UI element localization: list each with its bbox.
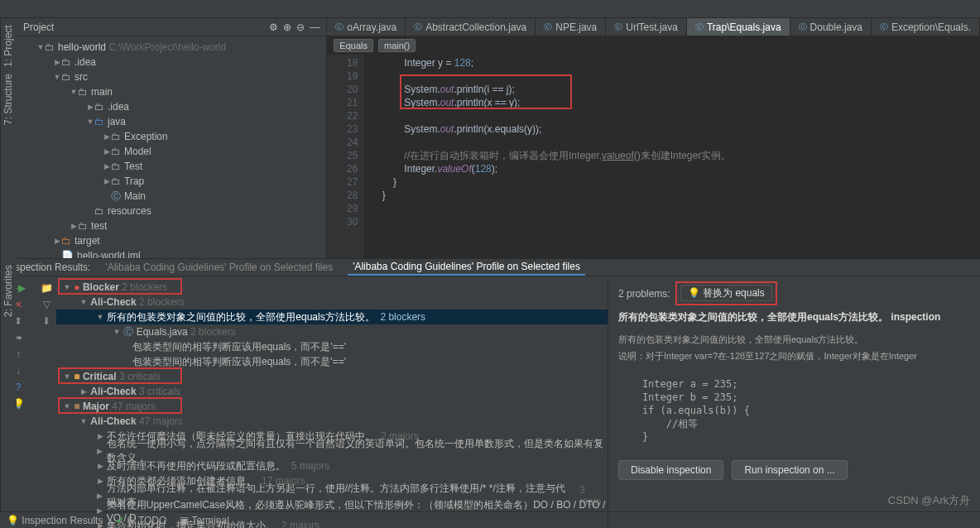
tree-item[interactable]: ▶🗀Trap — [17, 174, 326, 189]
disable-inspection-button[interactable]: Disable inspection — [618, 460, 723, 480]
class-icon: Ⓒ — [111, 190, 121, 204]
tree-item[interactable]: 📄hello-world.iml — [17, 248, 326, 258]
inspection-item[interactable]: 包装类型间的相等判断应该用equals，而不是'==' — [56, 339, 608, 354]
folder-icon: 🗀 — [61, 56, 71, 68]
tree-item[interactable]: ▶🗀.idea — [17, 55, 326, 70]
check-icon: ✔ — [116, 515, 124, 526]
java-icon: Ⓒ — [544, 22, 552, 33]
gutter: 18192021222324252627282930 — [327, 55, 364, 258]
left-sidebar-bottom: 2: Favorites — [0, 258, 17, 511]
package-icon: 🗀 — [111, 131, 121, 142]
tree-item[interactable]: 🗀resources — [17, 204, 326, 218]
folder-icon: 🗀 — [61, 235, 71, 247]
settings-icon[interactable]: ⚙ — [269, 22, 278, 33]
inspection-toolbar2: 📁 ▽ ⬇ — [36, 276, 56, 528]
inspection-group[interactable]: ▼ Ali-Check 2 blockers — [56, 295, 608, 310]
tree-item[interactable]: ▼🗀src — [17, 70, 326, 84]
tree-item[interactable]: ▶🗀test — [17, 218, 326, 233]
severity-critical[interactable]: ▼ ■ Critical 3 criticals — [56, 369, 608, 384]
tree-item[interactable]: ▼🗀main — [17, 84, 326, 99]
inspection-desc: 说明：对于Integer var=?在-128至127之间的赋值，Integer… — [618, 349, 970, 362]
problems-count: 2 problems: — [618, 288, 670, 300]
bulb-icon: 💡 — [688, 287, 700, 299]
tab[interactable]: ⒸAbstractCollection.java — [406, 18, 536, 36]
project-vtab[interactable]: 1: Project — [2, 25, 15, 67]
class-icon: Ⓒ — [123, 325, 133, 339]
java-icon: Ⓒ — [880, 22, 888, 33]
folder-icon: 🗀 — [45, 41, 55, 53]
code-sample: Integer a = 235; Integer b = 235; if (a.… — [618, 377, 970, 444]
tree-item[interactable]: ▶🗀target — [17, 233, 326, 248]
quick-fix-button[interactable]: 💡 替换为 equals — [680, 285, 772, 301]
java-icon: Ⓒ — [335, 22, 343, 33]
inspection-detail: 2 problems: 💡 替换为 equals 所有的包装类对象之间值的比较，… — [608, 276, 980, 528]
folder-icon: 🗀 — [94, 116, 104, 127]
inspection-title: 所有的包装类对象之间值的比较，全部使用equals方法比较。 inspectio… — [618, 310, 970, 324]
inspection-header-label: Inspection Results: — [7, 262, 90, 273]
folder-icon: 🗀 — [78, 220, 88, 232]
package-icon: 🗀 — [111, 146, 121, 157]
folder-icon: 🗀 — [94, 205, 104, 217]
tree-item[interactable]: ⒸMain — [17, 189, 326, 204]
folder-icon: 🗀 — [94, 101, 104, 113]
inspection-item[interactable]: 包装类型间的相等判断应该用equals，而不是'==' — [56, 354, 608, 369]
tab[interactable]: ⒸUrlTest.java — [606, 18, 687, 36]
tab[interactable]: ⒸoArray.java — [327, 18, 406, 36]
favorites-vtab[interactable]: 2: Favorites — [2, 265, 15, 317]
inspection-file[interactable]: ▼ Ⓒ Equals.java 2 blockers — [56, 324, 608, 339]
code-editor[interactable]: 18192021222324252627282930 Integer y = 1… — [327, 55, 980, 258]
major-icon: ■ — [74, 401, 79, 412]
project-header: Project ⚙ ⊕ ⊖ — — [17, 18, 326, 36]
inspection-tree[interactable]: ▼ ● Blocker 2 blockers ▼ Ali-Check 2 blo… — [56, 276, 608, 528]
inspection-rule-selected[interactable]: ▼ 所有的包装类对象之间值的比较，全部使用equals方法比较。 2 block… — [56, 310, 608, 324]
tab[interactable]: ⒸNPE.java — [536, 18, 606, 36]
folder-icon: 🗀 — [78, 86, 88, 98]
group-icon[interactable]: 📁 — [40, 281, 53, 295]
collapse-icon[interactable]: ⊖ — [296, 22, 305, 33]
tab-active[interactable]: ⒸTrap\Equals.java — [687, 18, 790, 36]
java-icon: Ⓒ — [799, 22, 807, 33]
code-body[interactable]: Integer y = 128; System.out.println(i ==… — [364, 55, 980, 258]
inspection-group[interactable]: ▼ Ali-Check 47 majors — [56, 414, 608, 429]
tree-item[interactable]: ▶🗀.idea — [17, 99, 326, 114]
inspection-profile-tab[interactable]: 'Alibaba Coding Guidelines' Profile on S… — [100, 260, 338, 275]
severity-blocker[interactable]: ▼ ● Blocker 2 blockers — [56, 280, 608, 295]
java-icon: Ⓒ — [414, 22, 422, 33]
hide-icon[interactable]: — — [310, 22, 319, 33]
left-sidebar: 7: Structure 1: Project — [0, 18, 17, 258]
inspection-rule[interactable]: ▶ 包名统一使用小写，点分隔符之间有且仅有一个自然语义的英语单词。包名统一使用单… — [56, 444, 608, 458]
java-icon: Ⓒ — [695, 22, 704, 33]
inspection-group[interactable]: ▶ Ali-Check 3 criticals — [56, 384, 608, 399]
tree-item[interactable]: ▶🗀Model — [17, 144, 326, 159]
filter-icon[interactable]: ▽ — [40, 298, 53, 311]
severity-major[interactable]: ▼ ■ Major 47 majors — [56, 399, 608, 414]
structure-vtab[interactable]: 7: Structure — [2, 74, 15, 125]
breadcrumb-bar — [0, 0, 980, 18]
java-icon: Ⓒ — [614, 22, 622, 33]
crumb[interactable]: Equals — [334, 39, 373, 52]
code-breadcrumb: Equals main() — [327, 36, 980, 55]
tree-item[interactable]: ▼🗀java — [17, 114, 326, 129]
run-inspection-button[interactable]: Run inspection on ... — [732, 460, 847, 480]
tab[interactable]: ⒸDouble.java — [790, 18, 872, 36]
tab[interactable]: ⒸException\Equals. — [872, 18, 980, 36]
folder-icon: 🗀 — [61, 71, 71, 83]
package-icon: 🗀 — [111, 175, 121, 187]
inspection-tabs: Inspection Results: 'Alibaba Coding Guid… — [0, 259, 980, 276]
project-tree[interactable]: ▼🗀hello-world C:\WorkProject\hello-world… — [17, 36, 326, 258]
file-icon: 📄 — [61, 250, 74, 258]
status-todo[interactable]: ✔ 6: TODO — [116, 515, 166, 526]
crumb[interactable]: main() — [378, 39, 416, 52]
tree-root[interactable]: ▼🗀hello-world C:\WorkProject\hello-world — [17, 40, 326, 55]
blocker-icon: ● — [74, 281, 79, 293]
status-inspection[interactable]: 💡 Inspection Results — [7, 515, 103, 526]
tree-item[interactable]: ▶🗀Exception — [17, 129, 326, 144]
watermark: CSDN @Ark方舟 — [888, 493, 970, 508]
expand-icon[interactable]: ⊕ — [283, 22, 291, 33]
export-icon[interactable]: ⬇ — [40, 314, 53, 328]
inspection-profile-tab-active[interactable]: 'Alibaba Coding Guidelines' Profile on S… — [348, 259, 585, 276]
status-terminal[interactable]: ▣ Terminal — [180, 515, 228, 526]
editor-tabs[interactable]: ⒸoArray.java ⒸAbstractCollection.java ⒸN… — [327, 18, 980, 36]
tree-item[interactable]: ▶🗀Test — [17, 159, 326, 174]
inspection-desc: 所有的包装类对象之间值的比较，全部使用equals方法比较。 — [618, 333, 970, 346]
